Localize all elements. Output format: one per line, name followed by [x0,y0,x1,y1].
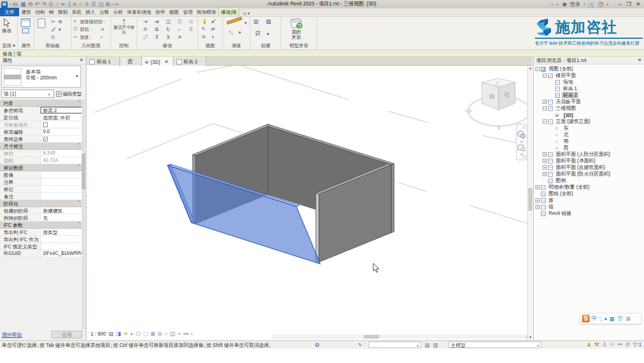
ribbon-tab[interactable]: 结构 [33,8,47,16]
property-value[interactable]: 按类型 [41,229,82,235]
ribbon-tab[interactable]: 插入 [83,8,97,16]
property-row[interactable]: 尺寸标注 ⌃ [0,143,82,150]
close-button[interactable]: ✕ [636,1,640,7]
ribbon-tab[interactable]: 附加模块 [195,8,218,16]
vcb-icon[interactable]: ◐ [131,331,134,337]
vcb-icon[interactable]: ⬚ [143,331,148,337]
tree-item[interactable]: + 组 [534,204,644,210]
tree-expand-icon[interactable]: + [535,205,540,209]
property-row[interactable]: 图像 [0,171,82,179]
tree-item[interactable]: − 立面 (建筑立面) [534,118,644,125]
vcb-icon[interactable]: ◫ [170,331,175,337]
wall-joins-icon[interactable]: ⊿ [100,26,104,32]
tree-expand-icon[interactable]: − [543,106,547,110]
ribbon-tab[interactable]: 注释 [97,8,111,16]
ime-logo-icon[interactable]: S [582,315,590,322]
view-tab[interactable]: 标高 2 [174,57,207,66]
view-tab-close-icon[interactable]: ✕ [165,59,169,64]
property-row[interactable]: 房间边界 ✓ [0,136,82,143]
tree-expand-icon[interactable]: + [535,185,540,189]
ime-icon[interactable]: ’, [599,316,602,322]
navigation-bar[interactable] [516,124,527,160]
project-browser-close-icon[interactable]: ✕ [637,57,642,63]
property-row[interactable]: 导出到 IFC 作为 [0,236,82,243]
property-row[interactable]: 面积 42.724 [0,157,82,164]
modify-tool-icon[interactable]: ⤢ [143,34,147,42]
modify-tool-icon[interactable]: ⎌ [189,19,193,26]
hscroll-thumb[interactable] [364,335,379,339]
ribbon-tab[interactable]: 预制 [56,8,70,16]
ribbon-tab[interactable]: 建筑 [19,8,33,16]
tree-item[interactable]: 场地 [534,79,644,85]
property-row[interactable]: 拆除的阶段 无 [0,214,82,222]
type-selector[interactable]: 基本墙 常规 - 200mm ▼ [1,66,81,88]
dim-override-icon[interactable]: ⇄ [211,26,215,32]
view-cube[interactable]: 前 右 上 [465,78,527,130]
update-to-face-button[interactable]: 面的 更新 [290,18,303,40]
vcb-icon[interactable]: ⬡ [136,331,141,337]
apply-button[interactable]: 应用 [51,331,82,339]
similar-icon[interactable]: ⧄ [255,30,260,35]
tree-item[interactable]: + 面积平面 (净面积) [534,158,644,164]
ribbon-tab[interactable]: 系统 [70,8,83,16]
paste-options-icon[interactable]: ▾ [58,27,61,32]
property-row[interactable]: 标记 [0,186,82,193]
status-icon[interactable]: ♙ [602,342,607,347]
tree-expand-icon[interactable]: + [543,165,547,170]
view-tab[interactable]: ⌂ 西 [120,57,142,66]
property-value[interactable]: 0.0 [41,128,82,135]
tree-item[interactable]: ⌂ 东 [534,125,644,131]
ribbon-tab[interactable]: 钢 [47,8,56,16]
tree-item[interactable]: + 面积平面 (人防分区面积) [534,151,644,158]
tree-expand-icon[interactable]: + [535,198,540,202]
panel-label-view[interactable]: 视图 [198,42,222,49]
property-row[interactable]: IfcGUID 2iFs4C_$16WRRC... [0,250,82,257]
vcb-icon[interactable]: ‹ [191,331,193,337]
modify-tool-icon[interactable]: ⊼ [155,34,159,42]
element-filter-dropdown[interactable]: 墙 (1) [1,90,54,98]
property-row[interactable]: 标识数据 ⌃ [0,164,82,171]
selection-filter-badge[interactable]: ▽:1 [633,342,642,347]
modify-tool-icon[interactable]: ◫ [166,19,171,26]
ribbon-tab[interactable]: 修改|墙 [218,7,239,16]
tree-expand-icon[interactable]: − [535,67,540,71]
model-canvas[interactable]: 前 右 上 [86,66,527,340]
help-caret-icon[interactable]: ▾ [606,2,608,6]
property-row[interactable]: 创建的阶段 新建建筑 [0,207,82,214]
property-row[interactable]: IFC 预定义类型 [0,243,82,250]
property-value[interactable]: 无 [41,214,82,221]
property-value[interactable]: 面层面: 外部 [41,114,82,121]
tree-item[interactable]: − 视图 (全部) [534,66,644,72]
tree-item[interactable]: 标高 1 [534,85,644,92]
ribbon-tab[interactable]: 文件 [0,8,19,16]
ribbon-tab[interactable]: 体量和场地 [125,8,153,16]
property-value[interactable]: ✓ [41,136,82,142]
vcb-icon[interactable]: ▤ [109,331,114,337]
legend-component-icon[interactable]: ⧈ [253,19,258,24]
tree-item[interactable]: 图例 [534,177,644,184]
panel-label-control[interactable]: 控制 [111,42,137,49]
modify-tool-icon[interactable]: ⇥ [143,19,147,26]
login-button[interactable]: 登录 [569,1,580,8]
design-options-dropdown[interactable]: 主模型▼ [448,342,541,348]
property-row[interactable]: 与体量相关 [0,121,82,128]
modify-tool-icon[interactable]: ✕ [178,34,182,42]
paint-icon[interactable]: 🖌 [211,19,216,24]
tree-item[interactable]: Revit 链接 [534,210,644,217]
tree-expand-icon[interactable]: − [543,73,547,78]
demolish-icon[interactable]: ⌕ [100,34,103,39]
modify-tool-icon[interactable]: ⌐ [178,26,181,34]
modify-tool-button[interactable]: 修改 [2,18,11,34]
tree-item[interactable]: ⌂ 南 [534,138,644,144]
property-row[interactable]: 参照标高 标高 2 [0,107,82,114]
vcb-icon[interactable]: ☀ [123,331,128,337]
ruler-icon[interactable] [227,17,242,24]
vscroll-down-arrow-icon[interactable]: ▼ [528,335,533,340]
hide-icon[interactable]: ⊘ [202,34,206,39]
filter-caret-icon[interactable]: ∨ [48,92,50,96]
property-value[interactable]: 新建建筑 [41,207,82,214]
group-icon[interactable]: ⧇ [266,19,271,24]
modify-tool-icon[interactable]: ⧉ [155,26,159,34]
measure-caret-icon[interactable]: ▾ [244,20,247,26]
activate-dimensions-button[interactable]: ⤒ 激活尺寸标注 [112,18,136,35]
